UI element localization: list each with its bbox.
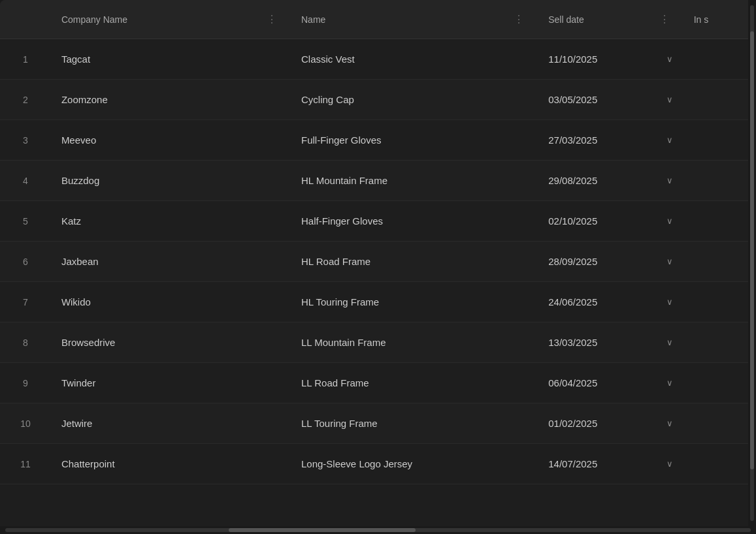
cell-ins-10 — [683, 444, 756, 484]
table-row: 5 Katz Half-Finger Gloves 02/10/2025 ∨ — [0, 201, 756, 242]
cell-selldate-8: 06/04/2025 ∨ — [538, 363, 683, 403]
table-row: 10 Jetwire LL Touring Frame 01/02/2025 ∨ — [0, 403, 756, 444]
chevron-down-icon-5[interactable]: ∨ — [666, 257, 673, 266]
cell-company-7: Browsedrive — [51, 322, 291, 363]
cell-ins-8 — [683, 363, 756, 403]
cell-name-10: Long-Sleeve Logo Jersey — [291, 444, 538, 484]
cell-company-5: Jaxbean — [51, 242, 291, 282]
cell-date-value-6: 24/06/2025 — [548, 296, 597, 307]
cell-company-10: Chatterpoint — [51, 444, 291, 484]
chevron-down-icon-7[interactable]: ∨ — [666, 338, 673, 347]
cell-date-value-4: 02/10/2025 — [548, 215, 597, 227]
cell-ins-4 — [683, 201, 756, 242]
table-row: 2 Zoomzone Cycling Cap 03/05/2025 ∨ — [0, 80, 756, 120]
cell-date-value-1: 03/05/2025 — [548, 94, 597, 105]
cell-name-8: LL Road Frame — [291, 363, 538, 403]
cell-ins-0 — [683, 39, 756, 80]
col-header-name: Name ⋮ — [291, 0, 538, 39]
col-menu-name-icon[interactable]: ⋮ — [511, 12, 527, 27]
cell-selldate-10: 14/07/2025 ∨ — [538, 444, 683, 484]
chevron-down-icon-9[interactable]: ∨ — [666, 418, 673, 428]
chevron-down-icon-6[interactable]: ∨ — [666, 297, 673, 307]
cell-ins-5 — [683, 242, 756, 282]
table-row: 7 Wikido HL Touring Frame 24/06/2025 ∨ — [0, 282, 756, 322]
cell-company-6: Wikido — [51, 282, 291, 322]
table-header-row: Company Name ⋮ Name ⋮ Sell date ⋮ — [0, 0, 756, 39]
right-scrollbar-thumb — [750, 31, 754, 470]
cell-rownum-8: 9 — [0, 363, 51, 403]
table-body: 1 Tagcat Classic Vest 11/10/2025 ∨ 2 Zoo… — [0, 39, 756, 484]
cell-name-5: HL Road Frame — [291, 242, 538, 282]
cell-name-7: LL Mountain Frame — [291, 322, 538, 363]
cell-company-3: Buzzdog — [51, 161, 291, 201]
cell-ins-9 — [683, 403, 756, 444]
cell-ins-7 — [683, 322, 756, 363]
cell-rownum-2: 3 — [0, 120, 51, 161]
horizontal-scrollbar[interactable] — [0, 526, 756, 534]
cell-company-1: Zoomzone — [51, 80, 291, 120]
cell-selldate-3: 29/08/2025 ∨ — [538, 161, 683, 201]
table-row: 11 Chatterpoint Long-Sleeve Logo Jersey … — [0, 444, 756, 484]
cell-selldate-6: 24/06/2025 ∨ — [538, 282, 683, 322]
cell-rownum-5: 6 — [0, 242, 51, 282]
cell-company-0: Tagcat — [51, 39, 291, 80]
cell-selldate-9: 01/02/2025 ∨ — [538, 403, 683, 444]
chevron-down-icon-10[interactable]: ∨ — [666, 459, 673, 469]
cell-company-2: Meeveo — [51, 120, 291, 161]
cell-selldate-7: 13/03/2025 ∨ — [538, 322, 683, 363]
cell-name-3: HL Mountain Frame — [291, 161, 538, 201]
cell-ins-1 — [683, 80, 756, 120]
chevron-down-icon-3[interactable]: ∨ — [666, 176, 673, 185]
scrollbar-track — [5, 528, 751, 532]
cell-rownum-4: 5 — [0, 201, 51, 242]
chevron-down-icon-2[interactable]: ∨ — [666, 135, 673, 145]
cell-name-0: Classic Vest — [291, 39, 538, 80]
table-row: 1 Tagcat Classic Vest 11/10/2025 ∨ — [0, 39, 756, 80]
cell-company-4: Katz — [51, 201, 291, 242]
cell-name-4: Half-Finger Gloves — [291, 201, 538, 242]
col-header-company: Company Name ⋮ — [51, 0, 291, 39]
cell-date-value-3: 29/08/2025 — [548, 175, 597, 186]
cell-selldate-1: 03/05/2025 ∨ — [538, 80, 683, 120]
chevron-down-icon-1[interactable]: ∨ — [666, 95, 673, 104]
cell-date-value-9: 01/02/2025 — [548, 418, 597, 429]
cell-name-9: LL Touring Frame — [291, 403, 538, 444]
cell-name-2: Full-Finger Gloves — [291, 120, 538, 161]
cell-selldate-0: 11/10/2025 ∨ — [538, 39, 683, 80]
chevron-down-icon-0[interactable]: ∨ — [666, 54, 673, 64]
col-header-ins: In s — [683, 0, 756, 39]
cell-selldate-5: 28/09/2025 ∨ — [538, 242, 683, 282]
chevron-down-icon-8[interactable]: ∨ — [666, 378, 673, 388]
table-row: 8 Browsedrive LL Mountain Frame 13/03/20… — [0, 322, 756, 363]
col-header-company-label: Company Name — [61, 14, 127, 25]
cell-company-9: Jetwire — [51, 403, 291, 444]
cell-name-1: Cycling Cap — [291, 80, 538, 120]
col-header-selldate: Sell date ⋮ — [538, 0, 683, 39]
cell-date-value-7: 13/03/2025 — [548, 337, 597, 348]
cell-date-value-0: 11/10/2025 — [548, 54, 597, 65]
cell-date-value-10: 14/07/2025 — [548, 458, 597, 469]
cell-selldate-4: 02/10/2025 ∨ — [538, 201, 683, 242]
cell-rownum-3: 4 — [0, 161, 51, 201]
cell-rownum-7: 8 — [0, 322, 51, 363]
cell-ins-2 — [683, 120, 756, 161]
cell-selldate-2: 27/03/2025 ∨ — [538, 120, 683, 161]
right-scrollbar-track — [750, 5, 754, 521]
table-row: 6 Jaxbean HL Road Frame 28/09/2025 ∨ — [0, 242, 756, 282]
col-menu-selldate-icon[interactable]: ⋮ — [657, 12, 673, 27]
cell-rownum-10: 11 — [0, 444, 51, 484]
col-menu-company-icon[interactable]: ⋮ — [264, 12, 280, 27]
cell-ins-6 — [683, 282, 756, 322]
data-table: Company Name ⋮ Name ⋮ Sell date ⋮ — [0, 0, 756, 534]
cell-rownum-1: 2 — [0, 80, 51, 120]
chevron-down-icon-4[interactable]: ∨ — [666, 216, 673, 226]
vertical-scrollbar[interactable] — [748, 0, 756, 526]
cell-rownum-0: 1 — [0, 39, 51, 80]
cell-date-value-2: 27/03/2025 — [548, 134, 597, 146]
cell-date-value-5: 28/09/2025 — [548, 256, 597, 267]
col-header-selldate-label: Sell date — [548, 14, 583, 25]
table-scroll-area[interactable]: Company Name ⋮ Name ⋮ Sell date ⋮ — [0, 0, 756, 526]
cell-rownum-9: 10 — [0, 403, 51, 444]
table-row: 3 Meeveo Full-Finger Gloves 27/03/2025 ∨ — [0, 120, 756, 161]
cell-ins-3 — [683, 161, 756, 201]
